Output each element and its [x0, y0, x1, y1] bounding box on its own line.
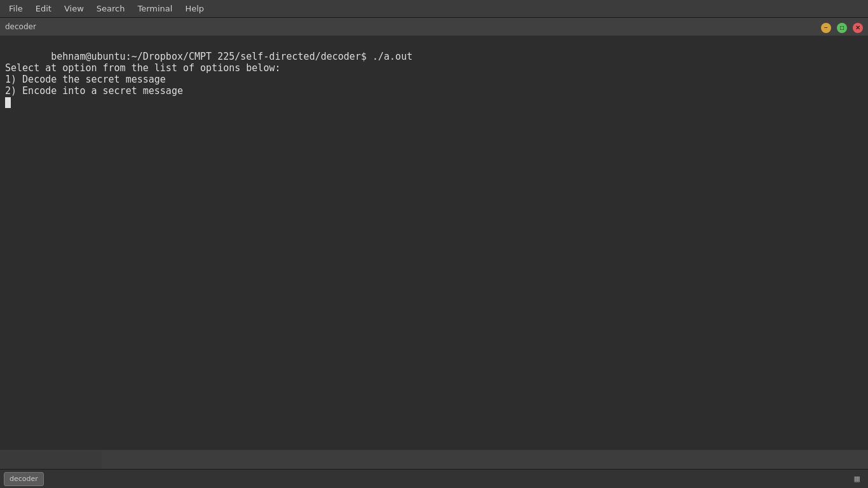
menu-terminal[interactable]: Terminal	[131, 3, 179, 15]
terminal-line2: 1) Decode the secret message	[5, 74, 166, 85]
terminal-body[interactable]: behnam@ubuntu:~/Dropbox/CMPT 225/self-di…	[0, 36, 868, 450]
maximize-button[interactable]: □	[837, 23, 847, 33]
terminal-titlebar: decoder − □ ✕	[0, 18, 868, 36]
terminal-prompt-line: behnam@ubuntu:~/Dropbox/CMPT 225/self-di…	[51, 51, 412, 62]
terminal-overlay: decoder − □ ✕ behnam@ubuntu:~/Dropbox/CM…	[0, 18, 868, 450]
terminal-line1: Select at option from the list of option…	[5, 62, 280, 74]
minimize-button[interactable]: −	[821, 23, 831, 33]
close-button[interactable]: ✕	[853, 23, 863, 33]
menu-search[interactable]: Search	[90, 3, 132, 15]
menu-edit[interactable]: Edit	[29, 3, 58, 15]
menu-help[interactable]: Help	[179, 3, 210, 15]
terminal-title-text: decoder	[5, 22, 36, 31]
terminal-window: decoder − □ ✕ behnam@ubuntu:~/Dropbox/CM…	[0, 18, 868, 450]
main-area: Computer 🏠 Home 🖥 Desktop 📁 Documents 📁 …	[0, 18, 868, 469]
bottom-right-controls[interactable]: ▦	[850, 473, 864, 484]
terminal-window-controls: − □ ✕	[818, 20, 863, 33]
menubar: File Edit View Search Terminal Help	[0, 0, 868, 18]
menu-file[interactable]: File	[3, 3, 29, 15]
terminal-cursor	[5, 97, 11, 108]
menu-view[interactable]: View	[58, 3, 90, 15]
terminal-line3: 2) Encode into a secret message	[5, 85, 183, 97]
bottom-bar: decoder ▦	[0, 469, 868, 488]
taskbar-item-decoder[interactable]: decoder	[4, 472, 44, 486]
